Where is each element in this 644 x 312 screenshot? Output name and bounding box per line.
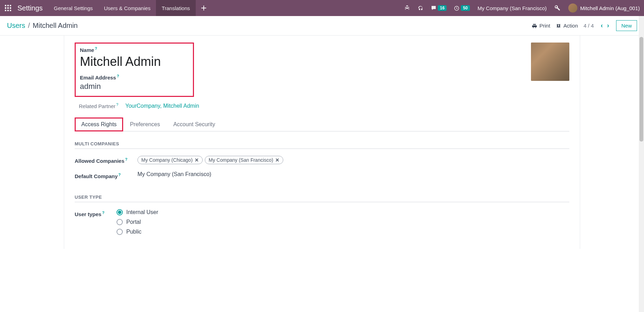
default-company-value[interactable]: My Company (San Francisco) <box>137 171 569 177</box>
svg-rect-5 <box>10 7 11 9</box>
company-tag-chicago[interactable]: My Company (Chicago) ✕ <box>137 156 203 164</box>
help-icon[interactable]: ? <box>117 74 119 78</box>
timer-badge: 50 <box>461 5 470 11</box>
name-label: Name? <box>80 46 189 53</box>
debug-icon[interactable] <box>400 0 414 16</box>
partner-label: Related Partner? <box>79 102 118 109</box>
svg-rect-3 <box>5 7 6 9</box>
tools-icon[interactable] <box>551 0 564 16</box>
allowed-companies-label: Allowed Companies? <box>75 156 137 164</box>
print-button[interactable]: Print <box>532 23 550 29</box>
nav-add-menu[interactable] <box>196 0 212 16</box>
radio-icon <box>117 209 123 215</box>
pager-text[interactable]: 4 / 4 <box>584 23 594 29</box>
svg-rect-2 <box>10 5 11 6</box>
timer-icon[interactable]: 50 <box>450 0 473 16</box>
company-tag-sf[interactable]: My Company (San Francisco) ✕ <box>205 156 283 164</box>
nav-users-companies[interactable]: Users & Companies <box>98 0 156 16</box>
radio-public[interactable]: Public <box>117 229 569 235</box>
user-types-row: User types? Internal User Portal Public <box>75 209 569 235</box>
nav-general-settings[interactable]: General Settings <box>48 0 98 16</box>
nav-menu: General Settings Users & Companies Trans… <box>48 0 211 16</box>
allowed-companies-tags[interactable]: My Company (Chicago) ✕ My Company (San F… <box>137 156 569 164</box>
email-label: Email Address? <box>80 74 189 81</box>
radio-icon <box>117 219 123 225</box>
partner-link[interactable]: YourCompany, Mitchell Admin <box>125 103 199 109</box>
breadcrumb-separator: / <box>28 22 30 30</box>
default-company-row: Default Company? My Company (San Francis… <box>75 171 569 179</box>
help-icon[interactable]: ? <box>102 211 105 215</box>
help-icon[interactable]: ? <box>118 173 121 177</box>
main-content: Name? Mitchell Admin Email Address? admi… <box>0 36 644 249</box>
control-bar: Users / Mitchell Admin Print Action 4 / … <box>0 16 644 36</box>
top-nav: Settings General Settings Users & Compan… <box>0 0 644 16</box>
apps-icon[interactable] <box>0 0 16 16</box>
name-email-highlight: Name? Mitchell Admin Email Address? admi… <box>75 43 194 97</box>
tab-preferences[interactable]: Preferences <box>123 117 166 131</box>
svg-rect-7 <box>7 10 9 11</box>
svg-rect-4 <box>7 7 9 9</box>
action-label: Action <box>563 23 578 29</box>
tabs: Access Rights Preferences Account Securi… <box>75 117 569 131</box>
remove-icon[interactable]: ✕ <box>275 157 279 163</box>
user-menu[interactable]: Mitchell Admin (Aug_001) <box>564 3 644 13</box>
tab-access-rights[interactable]: Access Rights <box>75 117 123 131</box>
help-icon[interactable]: ? <box>125 157 128 161</box>
svg-rect-10 <box>201 8 206 8</box>
radio-icon <box>117 229 123 235</box>
svg-rect-8 <box>10 10 11 11</box>
scrollbar[interactable] <box>639 16 644 249</box>
default-company-label: Default Company? <box>75 171 137 179</box>
name-field[interactable]: Mitchell Admin <box>80 54 189 69</box>
nav-translations[interactable]: Translations <box>156 0 195 16</box>
remove-icon[interactable]: ✕ <box>195 157 199 163</box>
user-type-header: USER TYPE <box>75 195 569 202</box>
action-button[interactable]: Action <box>556 23 578 29</box>
company-selector[interactable]: My Company (San Francisco) <box>473 5 551 11</box>
tab-account-security[interactable]: Account Security <box>167 117 222 131</box>
pager-prev[interactable]: ‹ <box>599 22 604 29</box>
user-types-radio-group: Internal User Portal Public <box>117 209 569 235</box>
svg-rect-1 <box>7 5 9 6</box>
help-icon[interactable]: ? <box>95 46 97 51</box>
breadcrumb-current: Mitchell Admin <box>33 22 78 30</box>
radio-internal-user[interactable]: Internal User <box>117 209 569 215</box>
app-title: Settings <box>16 4 48 12</box>
new-button[interactable]: New <box>616 20 637 31</box>
messages-icon[interactable]: 16 <box>427 0 450 16</box>
user-types-label: User types? <box>75 209 117 217</box>
svg-rect-0 <box>5 5 6 6</box>
help-icon[interactable]: ? <box>116 102 118 107</box>
email-field[interactable]: admin <box>80 82 189 91</box>
svg-rect-6 <box>5 10 6 11</box>
radio-portal[interactable]: Portal <box>117 219 569 225</box>
avatar-icon <box>568 3 577 13</box>
partner-row: Related Partner? YourCompany, Mitchell A… <box>79 102 569 109</box>
breadcrumb: Users / Mitchell Admin <box>7 22 78 30</box>
allowed-companies-row: Allowed Companies? My Company (Chicago) … <box>75 156 569 164</box>
scrollbar-thumb[interactable] <box>639 37 643 142</box>
support-icon[interactable] <box>414 0 427 16</box>
pager-next[interactable]: › <box>606 22 611 29</box>
breadcrumb-users[interactable]: Users <box>7 22 25 30</box>
multi-companies-header: MULTI COMPANIES <box>75 141 569 149</box>
user-name-label: Mitchell Admin (Aug_001) <box>580 5 640 11</box>
form-sheet: Name? Mitchell Admin Email Address? admi… <box>64 36 580 249</box>
print-label: Print <box>539 23 550 29</box>
messages-badge: 16 <box>438 5 447 11</box>
user-avatar-large[interactable] <box>531 43 569 81</box>
